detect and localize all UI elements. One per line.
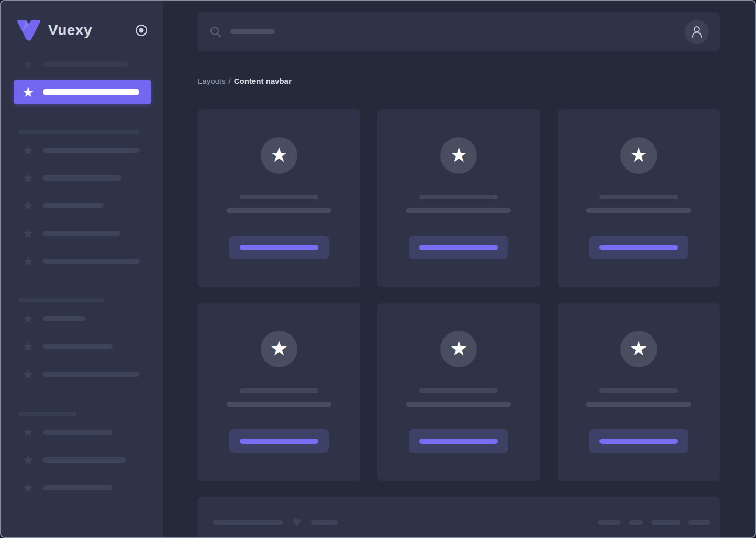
card-subtitle-skeleton — [227, 208, 331, 213]
menu-section-header-skeleton — [18, 412, 77, 416]
card-title-skeleton — [599, 388, 678, 393]
sidebar-menu-item[interactable]: ★ — [1, 453, 163, 467]
star-icon: ★ — [22, 481, 35, 495]
menu-item-label-skeleton — [43, 259, 140, 264]
skeleton-card: ★ — [198, 109, 360, 287]
menu-item-label-skeleton — [43, 316, 86, 321]
card-title-skeleton — [599, 195, 678, 199]
star-icon: ★ — [450, 339, 468, 360]
star-icon: ★ — [22, 254, 35, 268]
sidebar-menu-item[interactable]: ★ — [1, 425, 163, 439]
card-subtitle-skeleton — [406, 402, 511, 407]
menu-item-label-skeleton — [43, 344, 113, 349]
sidebar-header: Vuexy — [1, 1, 163, 42]
heart-icon: ♥ — [292, 516, 303, 529]
vuexy-logo-icon — [16, 20, 42, 41]
menu-item-label-skeleton — [43, 430, 113, 435]
menu-item-label-skeleton — [43, 372, 139, 377]
menu-item-label-skeleton — [43, 203, 104, 208]
card-avatar-circle: ★ — [620, 137, 657, 174]
menu-item-label-skeleton — [43, 89, 139, 95]
main-content: Layouts / Content navbar ★★★★★★ ♥ — [163, 1, 755, 537]
star-icon: ★ — [22, 171, 35, 185]
skeleton-card: ★ — [377, 303, 540, 481]
star-icon: ★ — [22, 453, 35, 467]
card-title-skeleton — [240, 195, 318, 199]
menu-section-header-skeleton — [18, 130, 140, 134]
skeleton-card: ★ — [558, 109, 720, 287]
breadcrumb-current: Content navbar — [234, 76, 292, 86]
user-avatar[interactable] — [685, 20, 709, 44]
card-avatar-circle: ★ — [440, 137, 477, 174]
sidebar-menu-item[interactable]: ★ — [1, 227, 163, 240]
card-subtitle-skeleton — [406, 208, 511, 213]
breadcrumb-separator: / — [229, 76, 231, 86]
footer-left-skeletons: ♥ — [213, 516, 338, 529]
star-icon: ★ — [22, 58, 35, 71]
menu-item-label-skeleton — [43, 62, 128, 67]
button-label-skeleton — [240, 245, 318, 250]
search-box[interactable] — [209, 26, 685, 38]
card-title-skeleton — [419, 195, 498, 199]
button-label-skeleton — [599, 245, 678, 250]
card-subtitle-skeleton — [227, 402, 331, 407]
footer-right-skeletons — [598, 516, 710, 529]
star-icon: ★ — [22, 425, 35, 439]
sidebar-menu-item[interactable]: ★ — [1, 312, 163, 326]
star-icon: ★ — [22, 227, 35, 240]
sidebar-menu-item[interactable]: ★ — [1, 58, 163, 71]
card-button-skeleton[interactable] — [229, 236, 329, 259]
sidebar-menu-item[interactable]: ★ — [1, 199, 163, 212]
sidebar-menu-item[interactable]: ★ — [1, 481, 163, 495]
star-icon: ★ — [270, 145, 288, 166]
person-icon — [690, 25, 704, 39]
skeleton-card: ★ — [377, 109, 540, 287]
footer-link-skeleton — [598, 520, 621, 525]
card-title-skeleton — [240, 388, 318, 393]
card-avatar-circle: ★ — [620, 331, 657, 367]
sidebar-menu-item[interactable]: ★ — [1, 171, 163, 185]
sidebar-menu-item[interactable]: ★ — [14, 80, 151, 104]
sidebar-menu-item[interactable]: ★ — [1, 340, 163, 353]
footer-text-skeleton — [213, 520, 283, 525]
sidebar-menu-item[interactable]: ★ — [1, 367, 163, 381]
star-icon: ★ — [22, 199, 35, 212]
menu-item-label-skeleton — [43, 457, 126, 463]
sidebar-menu: ★★★★★★★★★★★★★ — [1, 58, 163, 495]
breadcrumb-parent[interactable]: Layouts — [198, 76, 226, 86]
card-button-skeleton[interactable] — [589, 429, 688, 453]
star-icon: ★ — [22, 367, 35, 381]
card-subtitle-skeleton — [586, 208, 691, 213]
skeleton-card: ★ — [198, 303, 360, 481]
skeleton-card: ★ — [558, 303, 720, 481]
app-window: Vuexy ★★★★★★★★★★★★★ — [0, 0, 756, 538]
menu-item-label-skeleton — [43, 231, 120, 236]
button-label-skeleton — [419, 439, 498, 444]
menu-item-label-skeleton — [43, 148, 140, 153]
cards-grid: ★★★★★★ — [198, 109, 720, 481]
star-icon: ★ — [270, 339, 288, 360]
menu-item-label-skeleton — [43, 175, 121, 181]
radio-dot-icon[interactable] — [135, 24, 148, 37]
top-navbar — [198, 12, 720, 51]
star-icon: ★ — [22, 85, 35, 99]
footer-link-skeleton — [629, 520, 643, 525]
card-avatar-circle: ★ — [440, 331, 477, 367]
sidebar-menu-item[interactable]: ★ — [1, 254, 163, 268]
card-button-skeleton[interactable] — [409, 429, 508, 453]
search-icon — [209, 26, 222, 38]
star-icon: ★ — [630, 339, 648, 360]
card-button-skeleton[interactable] — [589, 236, 688, 259]
footer-link-skeleton — [688, 520, 710, 525]
card-title-skeleton — [419, 388, 498, 393]
footer-text-skeleton — [311, 520, 338, 525]
sidebar-menu-item[interactable]: ★ — [1, 143, 163, 157]
button-label-skeleton — [240, 439, 318, 444]
breadcrumb: Layouts / Content navbar — [198, 76, 720, 86]
card-button-skeleton[interactable] — [409, 236, 508, 259]
card-subtitle-skeleton — [586, 402, 691, 407]
card-button-skeleton[interactable] — [229, 429, 329, 453]
brand-logo[interactable]: Vuexy — [16, 20, 92, 41]
footer-card: ♥ — [198, 497, 720, 537]
sidebar: Vuexy ★★★★★★★★★★★★★ — [1, 1, 163, 537]
